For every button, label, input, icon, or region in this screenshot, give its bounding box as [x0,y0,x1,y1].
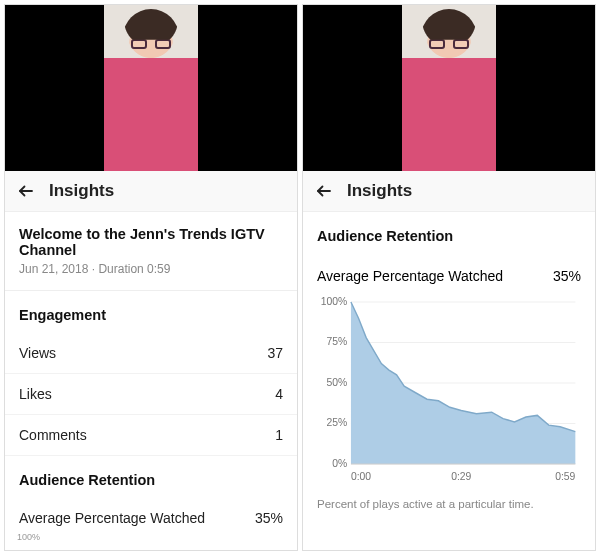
content-scroll[interactable]: Welcome to the Jenn's Trends IGTV Channe… [5,212,297,550]
svg-text:0:29: 0:29 [451,470,471,482]
retention-chart: 100%75%50%25%0%0:000:290:59 [303,290,595,490]
avg-watched-label: Average Percentage Watched [317,268,503,284]
avg-watched-label: Average Percentage Watched [19,510,205,526]
engagement-heading: Engagement [5,291,297,333]
avg-watched-row: Average Percentage Watched 35% [317,254,581,290]
header-title: Insights [347,181,412,201]
likes-row: Likes 4 [5,374,297,415]
comments-value: 1 [275,427,283,443]
retention-heading: Audience Retention [303,212,595,254]
back-arrow-icon[interactable] [17,182,35,200]
chart-caption: Percent of plays active at a particular … [303,490,595,520]
avg-watched-value: 35% [553,268,581,284]
svg-text:75%: 75% [326,335,347,347]
views-label: Views [19,345,56,361]
content-scroll[interactable]: Audience Retention Average Percentage Wa… [303,212,595,550]
views-value: 37 [267,345,283,361]
comments-row: Comments 1 [5,415,297,456]
retention-heading: Audience Retention [5,456,297,498]
svg-text:25%: 25% [326,416,347,428]
insights-panel-retention: Jenn'sTRENDS Insights Audience Retention… [302,4,596,551]
insights-header: Insights [303,171,595,212]
svg-text:0%: 0% [332,457,347,469]
svg-text:0:59: 0:59 [555,470,575,482]
video-title: Welcome to the Jenn's Trends IGTV Channe… [5,212,297,260]
chart-partial-tick: 100% [5,532,297,542]
video-thumbnail[interactable]: Jenn'sTRENDS [5,5,297,171]
comments-label: Comments [19,427,87,443]
svg-text:50%: 50% [326,376,347,388]
likes-value: 4 [275,386,283,402]
insights-header: Insights [5,171,297,212]
back-arrow-icon[interactable] [315,182,333,200]
insights-panel-engagement: Jenn'sTRENDS Insights Welcome to the Jen… [4,4,298,551]
views-row: Views 37 [5,333,297,374]
avg-watched-row: Average Percentage Watched 35% [5,498,297,532]
avg-watched-value: 35% [255,510,283,526]
video-meta: Jun 21, 2018 · Duration 0:59 [5,260,297,291]
svg-text:100%: 100% [321,296,348,307]
header-title: Insights [49,181,114,201]
svg-text:0:00: 0:00 [351,470,371,482]
video-thumbnail[interactable]: Jenn'sTRENDS [303,5,595,171]
likes-label: Likes [19,386,52,402]
